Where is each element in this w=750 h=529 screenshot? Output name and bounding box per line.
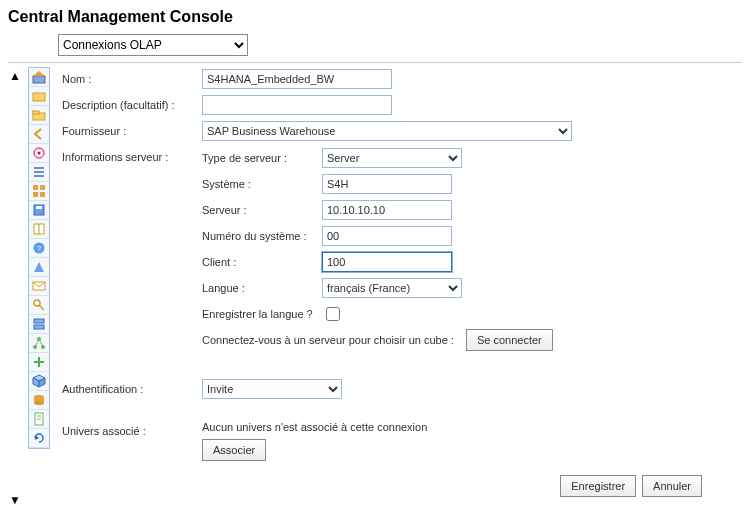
scroll-up-icon[interactable]: ▲ (9, 69, 21, 83)
footer-buttons: Enregistrer Annuler (62, 465, 732, 497)
save-language-checkbox[interactable] (326, 307, 340, 321)
tool-back-icon[interactable] (29, 125, 49, 144)
system-input[interactable] (322, 174, 452, 194)
svg-line-29 (35, 339, 39, 347)
svg-rect-15 (36, 206, 42, 209)
form-area: Nom : Description (facultatif) : Fournis… (56, 67, 742, 501)
svg-rect-9 (34, 175, 44, 177)
svg-text:?: ? (37, 244, 42, 253)
tool-help-icon[interactable]: ? (29, 239, 49, 258)
client-label: Client : (202, 256, 322, 268)
tool-home-icon[interactable] (29, 68, 49, 87)
context-select-row: Connexions OLAP (8, 34, 742, 62)
client-input[interactable] (322, 252, 452, 272)
name-input[interactable] (202, 69, 392, 89)
system-number-label: Numéro du système : (202, 230, 322, 242)
tool-key-icon[interactable] (29, 296, 49, 315)
no-universe-text: Aucun univers n'est associé à cette conn… (202, 421, 732, 433)
tool-nav-icon[interactable] (29, 258, 49, 277)
svg-rect-12 (33, 192, 38, 197)
server-input[interactable] (322, 200, 452, 220)
svg-rect-2 (33, 93, 45, 101)
server-type-label: Type de serveur : (202, 152, 322, 164)
language-label: Langue : (202, 282, 322, 294)
provider-select[interactable]: SAP Business Warehouse (202, 121, 572, 141)
auth-select[interactable]: Invite (202, 379, 342, 399)
svg-rect-4 (32, 111, 39, 114)
svg-marker-42 (35, 435, 39, 440)
svg-point-38 (34, 401, 44, 405)
vertical-toolbar: ? (28, 67, 50, 449)
tool-book-icon[interactable] (29, 220, 49, 239)
tool-save-icon[interactable] (29, 201, 49, 220)
system-number-input[interactable] (322, 226, 452, 246)
main-layout: ▲ ▼ ? Nom : Description (facultatif) : (8, 67, 742, 507)
tool-list-icon[interactable] (29, 163, 49, 182)
svg-rect-25 (34, 325, 44, 329)
auth-label: Authentification : (62, 379, 202, 395)
tool-add-icon[interactable] (29, 353, 49, 372)
svg-rect-13 (40, 192, 45, 197)
tool-mail-icon[interactable] (29, 277, 49, 296)
tool-settings-icon[interactable] (29, 144, 49, 163)
scroll-down-icon[interactable]: ▼ (9, 493, 21, 507)
svg-rect-32 (34, 361, 44, 363)
name-label: Nom : (62, 69, 202, 85)
tool-tree-icon[interactable] (29, 334, 49, 353)
server-type-select[interactable]: Server (322, 148, 462, 168)
svg-line-23 (39, 305, 44, 310)
svg-rect-10 (33, 185, 38, 190)
svg-point-6 (38, 152, 41, 155)
page-title: Central Management Console (8, 8, 742, 26)
svg-rect-8 (34, 171, 44, 173)
associate-button[interactable]: Associer (202, 439, 266, 461)
svg-rect-7 (34, 167, 44, 169)
svg-line-30 (39, 339, 43, 347)
system-label: Système : (202, 178, 322, 190)
tool-grid-icon[interactable] (29, 182, 49, 201)
description-input[interactable] (202, 95, 392, 115)
tool-cube-icon[interactable] (29, 372, 49, 391)
tool-db-icon[interactable] (29, 391, 49, 410)
cancel-button[interactable]: Annuler (642, 475, 702, 497)
svg-marker-20 (34, 262, 44, 272)
tool-folder-open-icon[interactable] (29, 106, 49, 125)
toolbar-scroll: ▲ ▼ (8, 67, 22, 507)
assoc-univ-label: Univers associé : (62, 421, 202, 437)
tool-server-icon[interactable] (29, 315, 49, 334)
divider (8, 62, 742, 63)
description-label: Description (facultatif) : (62, 95, 202, 111)
context-select[interactable]: Connexions OLAP (58, 34, 248, 56)
connect-hint: Connectez-vous à un serveur pour choisir… (202, 334, 454, 346)
svg-rect-24 (34, 319, 44, 323)
server-info-label: Informations serveur : (62, 147, 202, 163)
tool-folder-icon[interactable] (29, 87, 49, 106)
provider-label: Fournisseur : (62, 121, 202, 137)
save-language-label: Enregistrer la langue ? (202, 308, 322, 320)
language-select[interactable]: français (France) (322, 278, 462, 298)
tool-refresh-icon[interactable] (29, 429, 49, 448)
svg-marker-1 (33, 71, 45, 76)
connect-button[interactable]: Se connecter (466, 329, 553, 351)
save-button[interactable]: Enregistrer (560, 475, 636, 497)
server-info-group: Type de serveur : Server Système : Serve… (202, 147, 732, 359)
svg-rect-0 (33, 76, 45, 83)
tool-doc-icon[interactable] (29, 410, 49, 429)
server-label: Serveur : (202, 204, 322, 216)
svg-rect-11 (40, 185, 45, 190)
